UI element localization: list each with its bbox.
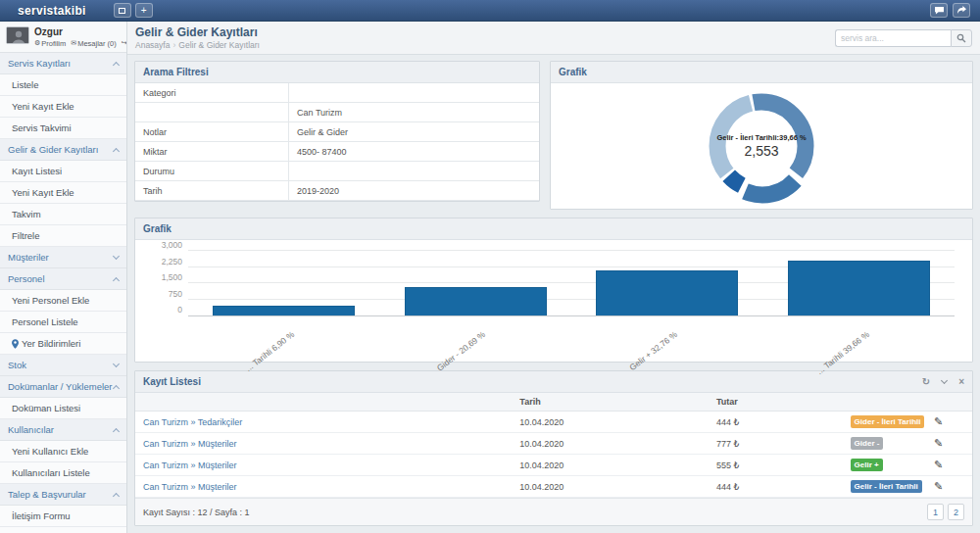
bar-slot xyxy=(188,252,380,315)
share-button[interactable] xyxy=(953,3,970,18)
user-name: Ozgur xyxy=(34,26,127,38)
filter-value[interactable]: 2019-2020 xyxy=(289,181,539,201)
chevron-up-icon xyxy=(113,427,120,434)
filter-value[interactable]: Gelir & Gider xyxy=(289,122,539,142)
record-link[interactable]: Can Turizm » Müşteriler xyxy=(143,460,237,470)
bar[interactable] xyxy=(788,261,930,315)
sidebar-item-label: Yeni Kullanıcı Ekle xyxy=(12,446,88,457)
sidebar-section[interactable]: Gelir & Gider Kayıtları xyxy=(0,139,126,161)
sidebar-item[interactable]: Yeni Personel Ekle xyxy=(0,290,126,312)
chevron-down-icon xyxy=(113,361,120,367)
filter-value[interactable] xyxy=(289,83,539,103)
record-link[interactable]: Can Turizm » Tedarikçiler xyxy=(143,417,242,427)
record-link[interactable]: Can Turizm » Müşteriler xyxy=(143,482,237,492)
y-axis-tick: 1,500 xyxy=(162,272,182,282)
sidebar-section-label: Servis Kayıtları xyxy=(8,58,71,69)
filter-row: Tarih2019-2020 xyxy=(135,181,539,201)
donut-svg xyxy=(700,84,823,208)
bar-slot xyxy=(763,252,956,315)
edit-icon[interactable]: ✎ xyxy=(934,480,943,492)
sidebar-section[interactable]: Müşteriler xyxy=(0,247,126,268)
avatar[interactable] xyxy=(6,26,29,44)
sidebar-section[interactable]: Servis Kayıtları xyxy=(0,53,126,74)
breadcrumb-separator: › xyxy=(172,40,175,50)
y-axis-tick: 3,000 xyxy=(162,240,182,250)
avatar-image xyxy=(7,27,29,44)
filter-label: Tarih xyxy=(135,181,289,201)
edit-icon[interactable]: ✎ xyxy=(934,437,943,449)
user-links: ⚙Profilim✉Mesajlar (0)↪Çıkış xyxy=(34,39,127,48)
sidebar-item[interactable]: Filtrele xyxy=(0,225,126,247)
search-input[interactable] xyxy=(835,29,951,47)
sidebar-section-label: Dokümanlar / Yüklemeler xyxy=(8,381,112,392)
chevron-up-icon xyxy=(113,492,120,499)
sidebar-item-label: Listele xyxy=(12,79,38,90)
sidebar-item[interactable]: Takvim xyxy=(0,204,126,225)
table-row: Can Turizm » Müşteriler10.04.2020777 ₺Gi… xyxy=(135,433,972,455)
record-date: 10.04.2020 xyxy=(512,412,709,433)
bar[interactable] xyxy=(213,306,355,315)
messages-icon: ✉ xyxy=(71,39,76,47)
sidebar-item-label: Yeni Kayıt Ekle xyxy=(12,187,74,198)
gear-icon: ⚙ xyxy=(34,39,40,47)
sidebar-item[interactable]: Yer Bildirimleri xyxy=(0,333,126,355)
sidebar-section[interactable]: Dokümanlar / Yüklemeler xyxy=(0,376,126,398)
user-link[interactable]: ⚙Profilim xyxy=(34,39,66,48)
edit-icon[interactable]: ✎ xyxy=(934,459,943,470)
page-button[interactable]: 1 xyxy=(927,504,944,520)
record-amount: 444 ₺ xyxy=(709,412,843,433)
pagination: 12 xyxy=(927,504,964,520)
sidebar-item[interactable]: Yeni Kayıt Ekle xyxy=(0,96,126,118)
refresh-icon[interactable]: ↻ xyxy=(922,376,930,387)
record-amount: 555 ₺ xyxy=(709,455,843,476)
record-amount: 777 ₺ xyxy=(709,433,843,455)
user-link[interactable]: ✉Mesajlar (0) xyxy=(71,39,116,48)
sidebar-section[interactable]: Stok xyxy=(0,355,126,376)
user-box: Ozgur ⚙Profilim✉Mesajlar (0)↪Çıkış xyxy=(0,22,126,53)
record-link[interactable]: Can Turizm » Müşteriler xyxy=(143,439,237,449)
chevron-down-icon[interactable] xyxy=(941,377,948,384)
breadcrumb-item[interactable]: Anasayfa xyxy=(135,40,170,50)
topbar: servistakibi + xyxy=(0,0,980,22)
sidebar-item[interactable]: Kullanıcıları Listele xyxy=(0,462,126,484)
sidebar-item[interactable]: Doküman Listesi xyxy=(0,398,126,419)
close-icon[interactable]: × xyxy=(958,376,964,387)
filter-value[interactable] xyxy=(289,162,539,181)
sidebar-item[interactable]: Yeni Kullanıcı Ekle xyxy=(0,441,126,462)
x-axis-label: ... Tarihli 6,90 % xyxy=(243,329,296,373)
sidebar-item[interactable]: Servis Takvimi xyxy=(0,118,126,139)
bar-chart: 07501,5002,2503,000 ... Tarihli 6,90 %Gi… xyxy=(135,240,972,362)
sidebar-item[interactable]: Kayıt Listesi xyxy=(0,161,126,182)
records-table-header: TarihTutar xyxy=(135,393,972,412)
page-button[interactable]: 2 xyxy=(948,504,964,520)
sidebar-item[interactable]: Yeni Kayıt Ekle xyxy=(0,182,126,204)
sidebar-section[interactable]: Kullanıcılar xyxy=(0,419,126,441)
sidebar-item-label: Yeni Kayıt Ekle xyxy=(12,101,74,112)
filter-panel: Arama Filtresi KategoriCan TurizmNotlarG… xyxy=(134,61,540,202)
bar-plot: 07501,5002,2503,000 xyxy=(188,252,955,316)
messages-button[interactable] xyxy=(930,3,948,18)
window-toggle-button[interactable] xyxy=(114,3,131,18)
sidebar-item[interactable]: Listele xyxy=(0,74,126,96)
sidebar-item[interactable]: Personel Listele xyxy=(0,312,126,333)
main-area: Gelir & Gider Kayıtları Anasayfa›Gelir &… xyxy=(127,22,980,533)
filter-value[interactable]: Can Turizm xyxy=(289,103,539,122)
sidebar-item[interactable]: İnsan Kaynakları xyxy=(0,527,126,533)
sidebar-section-label: Stok xyxy=(8,360,26,370)
page-header: Gelir & Gider Kayıtları Anasayfa›Gelir &… xyxy=(127,22,980,55)
filter-value[interactable]: 4500- 87400 xyxy=(289,142,539,162)
sidebar-menu: Servis KayıtlarıListeleYeni Kayıt EkleSe… xyxy=(0,53,126,533)
new-button[interactable]: + xyxy=(135,3,153,18)
edit-icon[interactable]: ✎ xyxy=(934,415,943,427)
bar[interactable] xyxy=(405,287,547,315)
sidebar-item-label: Kullanıcıları Listele xyxy=(12,467,90,478)
search-button[interactable] xyxy=(951,29,972,47)
sidebar-section[interactable]: Personel xyxy=(0,268,126,290)
sidebar-section-label: Kullanıcılar xyxy=(8,424,54,435)
sidebar-item[interactable]: İletişim Formu xyxy=(0,506,126,527)
bar[interactable] xyxy=(596,270,738,315)
content-area: Arama Filtresi KategoriCan TurizmNotlarG… xyxy=(127,55,980,533)
y-axis-tick: 0 xyxy=(177,305,182,315)
sidebar-item-label: Takvim xyxy=(12,209,41,219)
sidebar-section[interactable]: Talep & Başvurular xyxy=(0,484,126,506)
